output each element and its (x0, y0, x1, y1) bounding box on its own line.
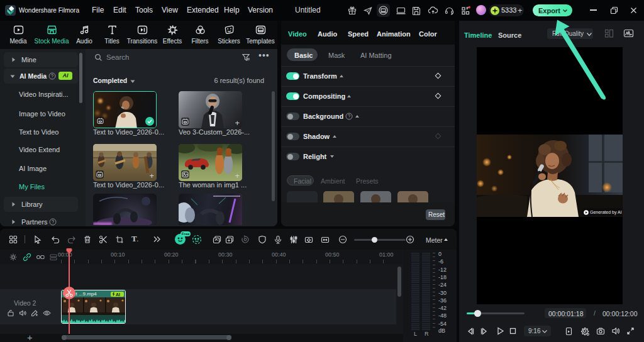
svg-text:AI: AI (116, 292, 120, 297)
